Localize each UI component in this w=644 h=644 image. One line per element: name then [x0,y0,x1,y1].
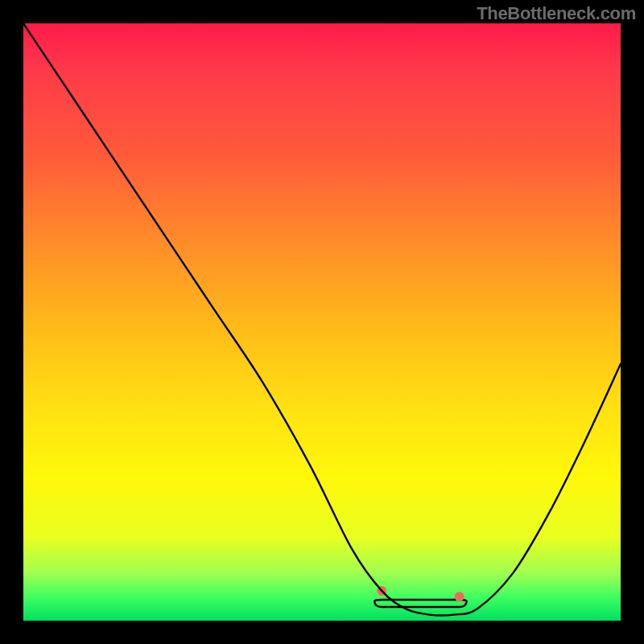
trough-highlight [374,600,466,607]
chart-container: TheBottleneck.com [0,0,644,644]
bottleneck-curve [23,23,621,621]
plot-area [23,23,621,621]
trough-dot-right [455,592,464,601]
watermark-text: TheBottleneck.com [477,3,636,24]
curve-path [23,23,621,616]
